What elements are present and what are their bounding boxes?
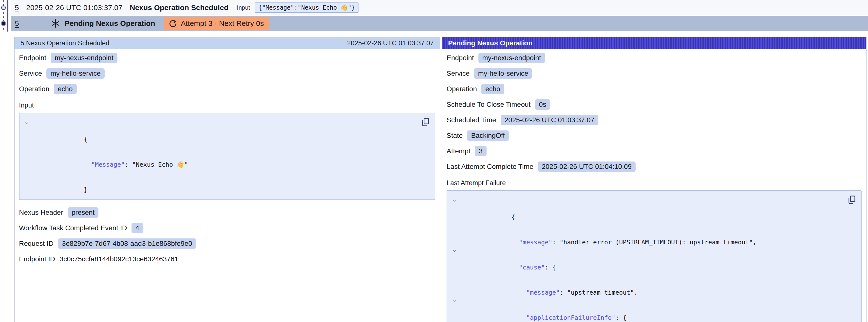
field-value: 3 [475, 146, 487, 156]
field-label: Schedule To Close Timeout [446, 101, 530, 108]
field-label: State [446, 132, 463, 139]
field-value: my-nexus-endpoint [478, 53, 545, 63]
event-input-label: Input [237, 4, 250, 11]
json-line: "cause": { [450, 247, 844, 272]
event-title: Nexus Operation Scheduled [130, 3, 228, 12]
failure-json-lines: { "message": "handler error (UPS [450, 196, 844, 322]
scheduled-panel-title: 5 Nexus Operation Scheduled [21, 39, 109, 47]
field-value[interactable]: 3e829b7e-7d67-4b08-aad3-b1e868bfe9e0 [58, 238, 196, 249]
field-label: Scheduled Time [446, 116, 496, 124]
collapse-chevron-icon[interactable] [450, 196, 459, 205]
detail-field: Endpoint my-nexus-endpoint [19, 52, 435, 64]
detail-field: Operation echo [19, 83, 435, 95]
field-label: Nexus Header [19, 208, 63, 217]
scheduled-panel-time: 2025-02-26 UTC 01:03:37.07 [347, 39, 434, 47]
field-label: Request ID [19, 240, 54, 248]
json-line-text: "Message": "Nexus Echo 👋" [32, 144, 188, 169]
field-label: Last Attempt Complete Time [446, 163, 533, 171]
json-line-text: "applicationFailureInfo": { [459, 297, 626, 322]
event-timeline-rail [0, 0, 11, 34]
json-line: } [22, 169, 417, 194]
failure-section-label: Last Attempt Failure [446, 179, 862, 187]
detail-field: Operation echo [446, 83, 862, 95]
field-label: Operation [19, 85, 49, 93]
copy-icon[interactable] [421, 117, 430, 127]
field-label: Service [19, 69, 42, 77]
json-line: "applicationFailureInfo": { [450, 297, 844, 322]
event-row-pending[interactable]: 5 Pending Nexus Operation Attempt 3 · Ne… [11, 16, 868, 31]
scheduled-panel-header: 5 Nexus Operation Scheduled 2025-02-26 U… [14, 37, 440, 49]
detail-field: Workflow Task Completed Event ID 4 [19, 222, 435, 234]
json-line: { [22, 119, 417, 144]
pending-operation-panel: Pending Nexus Operation Endpoint my-nexu… [442, 37, 867, 322]
field-value: my-nexus-endpoint [51, 53, 118, 63]
timeline-node-open-icon [1, 6, 5, 10]
json-line-text: } [32, 169, 91, 194]
field-value: 2025-02-26 UTC 01:03:37.07 [501, 115, 598, 125]
event-row-scheduled[interactable]: 5 2025-02-26 UTC 01:03:37.07 Nexus Opera… [11, 0, 868, 15]
detail-field: Endpoint ID 3c0c75ccfa8144b092c13ce63246… [19, 254, 435, 265]
detail-field: Schedule To Close Timeout 0s [446, 99, 862, 110]
scheduled-fields-bottom: Nexus Header present Workflow Task Compl… [19, 207, 435, 265]
field-value: 0s [535, 99, 550, 110]
collapse-chevron-icon[interactable] [450, 297, 459, 305]
field-label: Service [446, 69, 469, 77]
pending-panel-header: Pending Nexus Operation [442, 37, 866, 49]
collapse-chevron-icon[interactable] [450, 247, 459, 255]
detail-field: Last Attempt Complete Time 2025-02-26 UT… [446, 161, 862, 172]
detail-field: Request ID 3e829b7e-7d67-4b08-aad3-b1e86… [19, 238, 435, 249]
json-line-text: "message": "upstream timeout", [459, 272, 638, 297]
event-input-preview: {"Message":"Nexus Echo 👋"} [255, 2, 358, 13]
json-line: "message": "handler error (UPSTREAM_TIME… [450, 221, 844, 247]
scheduled-event-panel: 5 Nexus Operation Scheduled 2025-02-26 U… [14, 37, 440, 322]
field-value: 2025-02-26 UTC 01:04:10.09 [538, 161, 636, 172]
retry-badge: Attempt 3 · Next Retry 0s [163, 17, 269, 30]
retry-icon [168, 19, 177, 28]
input-section-label: Input [19, 102, 435, 109]
json-line-text: "message": "handler error (UPSTREAM_TIME… [459, 221, 756, 247]
field-value: BackingOff [467, 130, 508, 141]
input-json-block: { "Message": "Nexus Echo 👋" [19, 113, 435, 200]
json-line-text: { [32, 119, 91, 144]
json-line-text: { [459, 196, 519, 221]
detail-field: Nexus Header present [19, 207, 435, 218]
event-id-link[interactable]: 5 [15, 19, 26, 28]
field-label: Operation [446, 85, 477, 93]
pending-asterisk-icon [51, 19, 60, 28]
scheduled-fields-top: Endpoint my-nexus-endpoint Service my-he… [19, 52, 435, 95]
field-label: Endpoint [19, 54, 46, 62]
pending-fields: Endpoint my-nexus-endpoint Service my-he… [446, 52, 862, 172]
failure-json-block: { "message": "handler error (UPS [446, 190, 862, 322]
json-line: "Message": "Nexus Echo 👋" [22, 144, 417, 169]
detail-field: Scheduled Time 2025-02-26 UTC 01:03:37.0… [446, 115, 862, 126]
field-value: my-hello-service [474, 68, 532, 79]
field-value[interactable]: 3c0c75ccfa8144b092c13ce632463761 [59, 255, 178, 263]
json-line: "message": "upstream timeout", [450, 272, 844, 297]
retry-badge-label: Attempt 3 · Next Retry 0s [181, 19, 264, 28]
detail-field: Service my-hello-service [446, 68, 862, 79]
field-label: Attempt [446, 147, 470, 155]
field-label: Workflow Task Completed Event ID [19, 224, 127, 232]
detail-field: Service my-hello-service [19, 68, 435, 79]
timeline-node-current-icon [1, 21, 6, 26]
detail-field: Attempt 3 [446, 146, 862, 157]
pending-panel-title: Pending Nexus Operation [448, 39, 532, 47]
timeline-active-bar [7, 0, 8, 32]
detail-field: Endpoint my-nexus-endpoint [446, 52, 862, 64]
json-line-text: "cause": { [459, 247, 556, 272]
field-value: echo [482, 84, 504, 94]
event-id-link[interactable]: 5 [15, 3, 26, 12]
field-value[interactable]: 4 [131, 223, 143, 233]
pending-title: Pending Nexus Operation [65, 19, 155, 28]
field-value: echo [54, 84, 77, 94]
field-label: Endpoint [446, 54, 474, 62]
input-json-lines: { "Message": "Nexus Echo 👋" [22, 119, 417, 194]
event-time: 2025-02-26 UTC 01:03:37.07 [26, 3, 130, 12]
collapse-chevron-icon[interactable] [22, 119, 32, 127]
field-value: my-hello-service [46, 68, 104, 79]
field-value[interactable]: present [68, 207, 98, 218]
detail-field: State BackingOff [446, 130, 862, 141]
copy-icon[interactable] [847, 195, 856, 205]
workflow-event-history-page: 5 2025-02-26 UTC 01:03:37.07 Nexus Opera… [0, 0, 868, 322]
field-label: Endpoint ID [19, 255, 55, 263]
